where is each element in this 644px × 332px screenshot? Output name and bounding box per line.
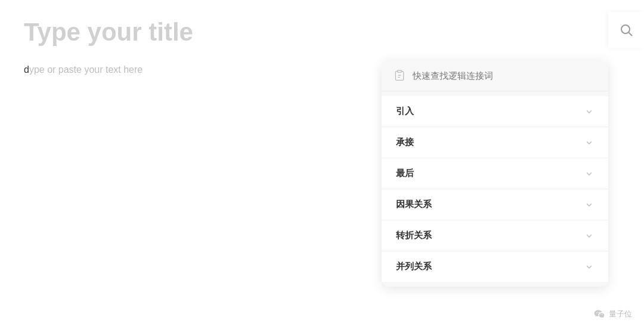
wechat-icon [593, 308, 605, 320]
svg-point-0 [621, 25, 630, 33]
panel-search-input[interactable] [413, 70, 596, 81]
panel-item-label-continue: 承接 [396, 137, 414, 148]
chevron-down-icon-parallel [584, 262, 594, 272]
chevron-down-icon-intro [584, 107, 594, 116]
search-icon [619, 23, 633, 37]
chevron-down-icon-cause [584, 200, 594, 210]
panel-item-label-final: 最后 [396, 168, 414, 179]
svg-line-1 [629, 33, 633, 36]
panel-item-continue[interactable]: 承接 [382, 127, 608, 158]
panel-item-label-parallel: 并列关系 [396, 261, 432, 272]
panel-item-intro[interactable]: 引入 [382, 96, 608, 127]
body-text-placeholder: ype or paste your text here [29, 64, 143, 75]
title-input[interactable] [24, 18, 382, 47]
chevron-down-icon-continue [584, 138, 594, 147]
watermark-text: 量子位 [609, 309, 632, 319]
chevron-down-icon-final [584, 169, 594, 179]
panel-search-bar[interactable] [382, 60, 608, 91]
watermark: 量子位 [593, 308, 632, 320]
panel-item-parallel[interactable]: 并列关系 [382, 251, 608, 282]
panel-item-label-cause: 因果关系 [396, 199, 432, 210]
panel-item-label-intro: 引入 [396, 106, 414, 117]
panel-item-final[interactable]: 最后 [382, 158, 608, 189]
panel-items-list: 引入 承接 最后 因果关系 转折关系 [382, 91, 608, 287]
search-button[interactable] [608, 12, 644, 48]
chevron-down-icon-turn [584, 231, 594, 241]
panel-item-cause[interactable]: 因果关系 [382, 189, 608, 220]
svg-rect-2 [398, 70, 402, 72]
connective-panel: 引入 承接 最后 因果关系 转折关系 [382, 60, 608, 287]
text-cursor: d [24, 64, 29, 75]
panel-item-turn[interactable]: 转折关系 [382, 220, 608, 251]
clipboard-icon [394, 69, 405, 81]
panel-item-label-turn: 转折关系 [396, 230, 432, 241]
